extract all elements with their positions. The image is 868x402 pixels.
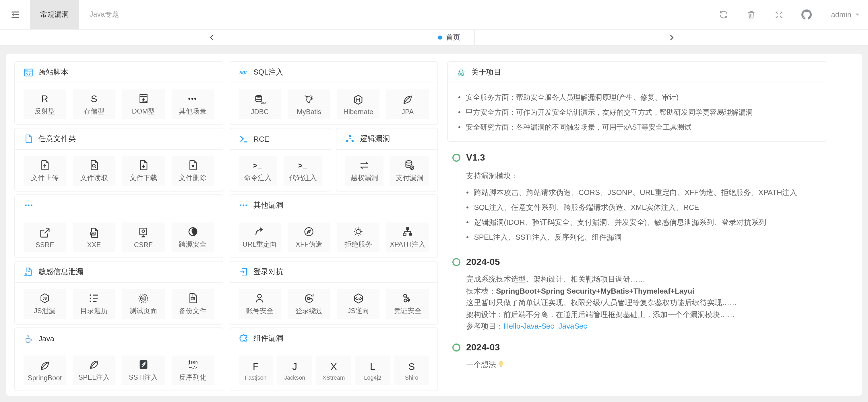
bullet-dot-icon: •	[466, 200, 469, 215]
vuln-entry[interactable]: 支付漏洞	[391, 156, 429, 186]
vuln-entry[interactable]: SPEL注入	[73, 356, 115, 386]
bulb-icon	[497, 360, 505, 372]
reference-link[interactable]: Hello-Java-Sec	[503, 322, 554, 330]
vuln-entry[interactable]: SSRF	[24, 223, 66, 252]
tabs-scroll-left-button[interactable]	[0, 30, 424, 45]
vuln-card-row: JavaSpringBootSPEL注入SSTI注入json⬅</>反序列化组件…	[14, 328, 438, 391]
vuln-entry[interactable]: 目录遍历	[73, 289, 115, 319]
about-bullet-text: 甲方安全方面：可作为开发安全培训演示，友好的交互方式，帮助研发同学更容易理解漏洞	[466, 105, 753, 120]
file-warning-icon	[24, 267, 33, 277]
vuln-entry[interactable]: JPA	[386, 90, 429, 119]
vuln-entry[interactable]: •••其他场景	[172, 90, 214, 119]
vuln-entry[interactable]: XFF伪造	[288, 223, 330, 252]
timeline-bullet-text: SPEL注入、SSTI注入、反序列化、组件漏洞	[474, 230, 621, 245]
vuln-entry[interactable]: 跨源安全	[172, 223, 214, 252]
vuln-entry-label: SPEL注入	[79, 373, 110, 382]
vuln-entry[interactable]: Hibernate	[337, 90, 380, 119]
compass-icon	[303, 225, 315, 238]
fullscreen-icon[interactable]	[774, 9, 784, 20]
vuln-entry[interactable]: ZIP备份文件	[172, 289, 214, 319]
vuln-entry[interactable]: 文件下载	[122, 156, 165, 186]
bullet-dot-icon: •	[458, 120, 461, 135]
timeline-bullet-text: 跨站脚本攻击、跨站请求伪造、CORS、JSONP、URL重定向、XFF伪造、拒绝…	[474, 185, 797, 200]
vuln-entry-label: 登录绕过	[296, 306, 323, 316]
vuln-entry[interactable]: DOMDOM型	[122, 90, 165, 119]
vuln-entry[interactable]: 凭证安全	[386, 289, 429, 319]
vuln-entry[interactable]: CSRF	[122, 223, 165, 252]
origin-swirl-icon	[187, 225, 198, 238]
vuln-entry[interactable]: 文件读取	[73, 156, 115, 186]
vuln-entry[interactable]: XMLXXE	[73, 223, 115, 252]
vuln-card-title: 敏感信息泄漏	[38, 267, 83, 277]
vuln-entry[interactable]: json⬅</>反序列化	[172, 356, 214, 386]
java-icon	[24, 333, 33, 343]
vuln-entry[interactable]: 文件上传	[24, 156, 66, 186]
vuln-entry[interactable]: >_代码注入	[284, 156, 322, 186]
file-delete-icon	[187, 159, 198, 171]
vuln-entry[interactable]: XXStream	[317, 356, 351, 386]
app: 常规漏洞Java专题 admin 首页 跨站脚本R反射型S存储型DOMDOM型•…	[0, 0, 868, 402]
vuln-entry[interactable]: 越权漏洞	[345, 156, 384, 186]
vuln-entry[interactable]: MyBatis	[288, 90, 330, 119]
vuln-entry[interactable]: 账号安全	[239, 289, 281, 319]
list-icon	[88, 292, 100, 304]
tabs-scroll-right-button[interactable]	[474, 30, 868, 45]
vuln-entry[interactable]: JJackson	[278, 356, 312, 386]
vuln-entry-label: 文件上传	[31, 173, 59, 183]
vuln-entry[interactable]: URL重定向	[239, 223, 281, 252]
vuln-card: 任意文件类文件上传文件读取文件下载文件删除	[14, 128, 223, 192]
vuln-entry-label: JPA	[402, 107, 414, 115]
home-panel: 跨站脚本R反射型S存储型DOMDOM型•••其他场景SQLSQL注入JDBCJD…	[6, 54, 862, 396]
dom-icon: DOM	[137, 92, 149, 105]
thymeleaf-icon	[137, 359, 149, 371]
vuln-entry[interactable]: JSJS泄漏	[24, 289, 66, 319]
timeline-title: 2024-03	[466, 341, 854, 353]
user-icon	[254, 292, 266, 304]
vuln-entry[interactable]: S存储型	[73, 90, 115, 119]
letter-j-icon: J	[292, 362, 297, 371]
vuln-card-body: R反射型S存储型DOMDOM型•••其他场景	[15, 83, 222, 119]
vuln-entry[interactable]: FFastjson	[239, 356, 273, 386]
vuln-card-body: SSRFXMLXXECSRF跨源安全	[15, 216, 222, 252]
vuln-entry[interactable]: JSJS逆向	[337, 289, 380, 319]
puzzle-icon	[239, 333, 248, 343]
vuln-entry[interactable]: 拒绝服务	[337, 223, 380, 252]
main-tab-1[interactable]: 常规漏洞	[30, 0, 79, 29]
hexagon-h-icon	[352, 93, 364, 106]
vuln-entry-label: XFF伪造	[296, 240, 322, 249]
main-tab-2[interactable]: Java专题	[79, 0, 129, 29]
vuln-entry[interactable]: JDBCJDBC	[239, 90, 281, 119]
caret-down-icon	[855, 12, 860, 17]
database-check-icon	[404, 159, 415, 171]
vuln-entry-label: 测试页面	[129, 306, 157, 316]
file-search-icon	[88, 159, 100, 171]
vuln-entry[interactable]: >_命令注入	[239, 156, 277, 186]
letter-l-icon: L	[370, 362, 375, 371]
vuln-entry-label: XPATH注入	[390, 240, 425, 249]
user-menu[interactable]: admin	[831, 10, 860, 19]
vuln-entry[interactable]: XPATH注入	[386, 223, 429, 252]
reference-link[interactable]: JavaSec	[556, 322, 587, 330]
vuln-entry[interactable]: 文件删除	[172, 156, 214, 186]
refresh-icon[interactable]	[718, 9, 729, 20]
sidebar-collapse-icon[interactable]	[0, 0, 30, 29]
vuln-entry-label: 命令注入	[244, 173, 272, 183]
vuln-entry[interactable]: LLog4j2	[355, 356, 390, 386]
username: admin	[831, 10, 851, 19]
github-icon[interactable]	[801, 9, 811, 20]
vuln-entry[interactable]: 登录绕过	[288, 289, 330, 319]
vuln-entry[interactable]: SShiro	[394, 356, 429, 386]
vuln-card-header: 登录对抗	[230, 262, 437, 283]
ellipsis-icon	[24, 200, 33, 210]
vuln-entry[interactable]: 测试测试页面	[122, 289, 165, 319]
vuln-entry[interactable]: R反射型	[24, 90, 66, 119]
vuln-entry[interactable]: SpringBoot	[24, 356, 66, 386]
letter-x-icon: X	[330, 362, 337, 371]
vuln-entry[interactable]: SSTI注入	[122, 356, 165, 386]
terminal-icon: >_	[298, 161, 308, 169]
timeline-line: 参考项目：Hello-Java-Sec JavaSec	[466, 321, 854, 332]
stamp-icon: 测试	[137, 292, 149, 304]
file-icon	[24, 134, 33, 144]
clear-cache-icon[interactable]	[746, 9, 756, 20]
page-tab-1[interactable]: 首页	[424, 30, 474, 45]
